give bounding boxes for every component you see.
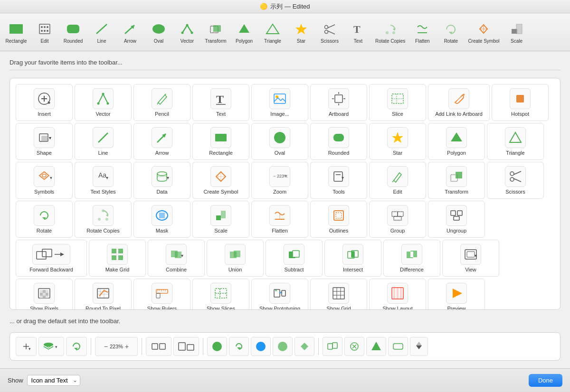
dt-green2[interactable] — [229, 337, 249, 356]
flatten-grid-label: Flatten — [272, 228, 288, 233]
dt-layers[interactable]: ▾ — [38, 337, 64, 356]
grid-item-rotate[interactable]: Rotate — [16, 201, 73, 238]
grid-item-scissors[interactable]: Scissors — [487, 162, 544, 199]
grid-item-view[interactable]: ▾ View — [442, 240, 499, 277]
dt-more2[interactable] — [344, 337, 364, 356]
toolbar-item-flatten[interactable]: Flatten — [408, 18, 437, 47]
grid-item-rectangle[interactable]: Rectangle — [192, 123, 249, 160]
toolbar-item-scissors[interactable]: Scissors — [315, 18, 344, 47]
svg-line-9 — [96, 24, 107, 34]
grid-item-union[interactable]: Union — [207, 240, 264, 277]
grid-item-image[interactable]: Image... — [251, 84, 308, 121]
line-grid-label: Line — [98, 150, 108, 156]
show-select[interactable]: Icon and Text Icon Only Text Only — [27, 375, 80, 386]
toolbar-item-transform[interactable]: Transform — [201, 18, 230, 47]
dt-rotate[interactable] — [66, 337, 87, 356]
grid-item-mask[interactable]: Mask — [133, 201, 190, 238]
grid-item-show-prototyping[interactable]: Show Prototyping — [251, 279, 308, 310]
toolbar-item-oval[interactable]: Oval — [144, 18, 173, 47]
svg-text:▾: ▾ — [475, 253, 477, 258]
toolbar-item-rotate[interactable]: Rotate — [437, 18, 465, 47]
dt-more1[interactable] — [323, 337, 342, 356]
svg-rect-144 — [43, 296, 46, 298]
grid-item-transform[interactable]: Transform — [428, 162, 485, 199]
toolbar-item-line[interactable]: Line — [87, 18, 116, 47]
grid-item-show-layout[interactable]: Show Layout — [369, 279, 426, 310]
grid-item-show-rulers[interactable]: Show Rulers — [133, 279, 190, 310]
toolbar-item-vector[interactable]: Vector — [173, 18, 201, 47]
grid-item-tools[interactable]: ▾ Tools — [310, 162, 367, 199]
dt-more3[interactable] — [366, 337, 386, 356]
grid-item-polygon[interactable]: Polygon — [428, 123, 485, 160]
grid-item-slice[interactable]: Slice — [369, 84, 426, 121]
grid-item-show-grid[interactable]: Show Grid — [310, 279, 367, 310]
grid-item-rotate-copies[interactable]: Rotate Copies — [75, 201, 132, 238]
dt-green3[interactable] — [251, 337, 271, 356]
grid-item-make-grid[interactable]: Make Grid — [89, 240, 146, 277]
shape-grid-icon: ▾ — [34, 127, 55, 148]
grid-item-triangle[interactable]: Triangle — [487, 123, 544, 160]
grid-item-pencil[interactable]: Pencil — [133, 84, 190, 121]
grid-item-rounded[interactable]: Rounded — [310, 123, 367, 160]
grid-item-ungroup[interactable]: Ungroup — [428, 201, 485, 238]
toolbar-item-edit[interactable]: Edit — [30, 18, 59, 47]
grid-item-text[interactable]: T Text — [192, 84, 249, 121]
grid-item-insert[interactable]: Insert — [16, 84, 73, 121]
toolbar-item-arrow[interactable]: Arrow — [116, 18, 144, 47]
grid-item-zoom[interactable]: − 223% + Zoom — [251, 162, 308, 199]
grid-item-subtract[interactable]: Subtract — [266, 240, 323, 277]
toolbar-item-polygon[interactable]: Polygon — [230, 18, 258, 47]
dt-overflow[interactable] — [410, 337, 428, 356]
toolbar-item-rounded[interactable]: Rounded — [59, 18, 87, 47]
toolbar-item-rotate-copies[interactable]: Rotate Copies — [372, 18, 408, 47]
grid-item-group[interactable]: Group — [369, 201, 426, 238]
dt-green4[interactable] — [273, 337, 293, 356]
dt-more4[interactable] — [388, 337, 408, 356]
grid-item-scale[interactable]: Scale — [192, 201, 249, 238]
toolbar-item-rectangle[interactable]: Rectangle — [2, 18, 30, 47]
grid-item-outlines[interactable]: Outlines — [310, 201, 367, 238]
svg-rect-183 — [179, 343, 185, 350]
toolbar-item-scale[interactable]: Scale — [503, 18, 531, 47]
grid-item-create-symbol[interactable]: Create Symbol — [192, 162, 249, 199]
grid-item-text-styles[interactable]: Aa ▾ Text Styles — [75, 162, 132, 199]
grid-item-difference[interactable]: Difference — [383, 240, 440, 277]
grid-item-artboard[interactable]: Artboard — [310, 84, 367, 121]
grid-item-forward-backward[interactable]: Forward Backward — [16, 240, 87, 277]
grid-item-preview[interactable]: Preview — [428, 279, 485, 310]
view-grid-label: View — [465, 267, 476, 272]
toolbar-item-create-symbol[interactable]: Create Symbol — [465, 18, 502, 47]
grid-item-hotspot[interactable]: Hotspot — [492, 84, 549, 121]
grid-item-flatten[interactable]: Flatten — [251, 201, 308, 238]
grid-item-arrow[interactable]: Arrow — [133, 123, 190, 160]
toolbar-item-text[interactable]: T Text — [344, 18, 372, 47]
grid-item-intersect[interactable]: Intersect — [324, 240, 381, 277]
grid-item-show-pixels[interactable]: Show Pixels — [16, 279, 73, 310]
toolbar-label-polygon: Polygon — [236, 38, 253, 44]
grid-item-round-to-pixel[interactable]: Round To Pixel — [75, 279, 132, 310]
dt-btn1[interactable] — [146, 337, 171, 356]
transform-toolbar-icon — [207, 20, 224, 37]
svg-rect-132 — [410, 252, 413, 257]
grid-item-edit[interactable]: Edit — [369, 162, 426, 199]
dt-zoom[interactable]: − 223% + — [95, 337, 138, 356]
done-button[interactable]: Done — [529, 374, 562, 387]
grid-item-star[interactable]: Star — [369, 123, 426, 160]
grid-item-vector[interactable]: Vector — [75, 84, 132, 121]
dt-green5[interactable] — [294, 337, 314, 356]
grid-item-symbols[interactable]: ▾ Symbols — [16, 162, 73, 199]
grid-item-shape[interactable]: ▾ Shape — [16, 123, 73, 160]
show-select-wrapper[interactable]: Icon and Text Icon Only Text Only — [27, 375, 80, 386]
show-layout-grid-icon — [387, 283, 408, 304]
grid-item-line[interactable]: Line — [75, 123, 132, 160]
toolbar-item-star[interactable]: Star — [287, 18, 315, 47]
grid-item-data[interactable]: ▾ Data — [133, 162, 190, 199]
dt-green1[interactable] — [207, 337, 227, 356]
toolbar-item-triangle[interactable]: Triangle — [258, 18, 287, 47]
grid-item-combine[interactable]: ▾ Combine — [148, 240, 205, 277]
grid-item-add-link[interactable]: Add Link to Artboard — [428, 84, 490, 121]
dt-btn2[interactable] — [173, 337, 199, 356]
grid-item-oval[interactable]: Oval — [251, 123, 308, 160]
grid-item-show-slices[interactable]: Show Slices — [192, 279, 249, 310]
dt-insert[interactable]: ▾ — [16, 337, 37, 356]
